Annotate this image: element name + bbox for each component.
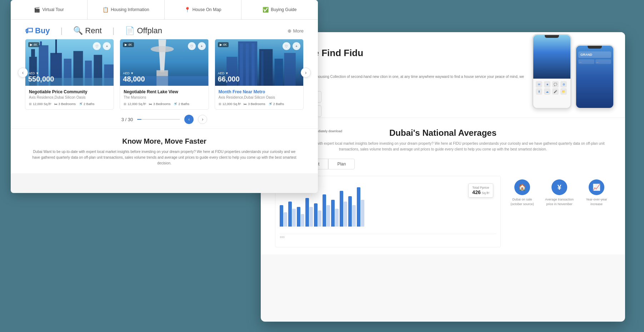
plus-btn-2[interactable]: + (198, 42, 206, 50)
card-nav: 🎬 Virtual Tour 📋 Housing Information 📍 H… (11, 0, 318, 20)
heart-btn-2[interactable]: ♡ (188, 42, 196, 50)
prop-area-1: ⊞12,000 Sq.ft² (29, 102, 51, 106)
app-icon: ★ (544, 81, 550, 88)
prop-info-1: Negotiable Price Community Axis Residenc… (25, 86, 114, 109)
phone-screen-2: GRAND ... ... (576, 46, 613, 65)
app-icon: ⬇ (536, 88, 542, 95)
nav-house-on-map-label: House On Map (193, 7, 221, 12)
app-icon: 💬 (552, 81, 559, 88)
bar-group (280, 205, 287, 227)
more-link[interactable]: ⊕ More (288, 28, 304, 34)
tab-buy-label: Buy (35, 26, 50, 35)
heart-btn-3[interactable]: ♡ (283, 42, 290, 50)
property-card-2[interactable]: ▶ 4K ♡ + AED ▼ 48,000 Negotiable Rent La… (120, 39, 209, 110)
nav-virtual-tour-label: Virtual Tour (42, 7, 64, 12)
property-card-3[interactable]: ▶ 4K ♡ + AED ▼ 66,000 Month Free Near Me… (215, 39, 304, 110)
tab-rent[interactable]: 🔍 Rent (73, 26, 101, 35)
stat-icon-home: 🏠 (514, 179, 530, 195)
prop-title-2: Negotiable Rent Lake View (124, 89, 205, 94)
phone-screen-1 (533, 35, 570, 79)
tab-buy[interactable]: 🏷 Buy (25, 26, 50, 35)
tab-divider-1: | (61, 26, 63, 35)
prop-info-3: Month Free Near Metro Axis Residence,Dub… (215, 86, 303, 109)
prop-beds-1: 🛏3 Bedrooms (54, 102, 76, 106)
svg-rect-56 (284, 53, 295, 86)
nav-buying-guide-label: Buying Guide (271, 7, 296, 12)
heart-btn-1[interactable]: ♡ (93, 42, 101, 50)
prop-subtitle-3: Axis Residence,Dubai Silicon Oasis (219, 95, 300, 99)
price-badge-1: AED ▼ 550,000 (28, 71, 54, 83)
phone-device-2: GRAND ... ... (575, 45, 614, 109)
page-next-button[interactable]: › (198, 115, 207, 124)
svg-point-44 (151, 46, 174, 52)
bar-group (314, 203, 321, 227)
chart-tooltip: Total Pprice 426 Sq.ft² (468, 183, 493, 198)
arrow-right-button[interactable]: › (301, 68, 311, 78)
stat-item-growth: 📈 Year-over-year increase (582, 179, 611, 206)
tab-offplan[interactable]: 📄 Offplan (125, 26, 162, 35)
prop-subtitle-1: Axis Residence,Dubai Silicon Oasis (29, 95, 110, 99)
app-icon: ☁ (544, 88, 550, 95)
page-current: 3 (121, 117, 124, 122)
tab-rent-label: Rent (85, 26, 101, 35)
img-actions-2: ♡ + (188, 42, 206, 50)
plus-btn-1[interactable]: + (103, 42, 111, 50)
nav-virtual-tour[interactable]: 🎬 Virtual Tour (11, 0, 88, 19)
bar-group (331, 200, 339, 227)
tab-plan[interactable]: Plan (328, 159, 355, 169)
plus-btn-3[interactable]: + (293, 42, 300, 50)
property-image-2: ▶ 4K ♡ + AED ▼ 48,000 (120, 39, 208, 86)
bar-group (297, 207, 304, 227)
video-icon: 🎬 (34, 7, 40, 13)
stat-label-growth: Year-over-year increase (582, 197, 611, 206)
stat-icon-trend: 📈 (589, 179, 604, 195)
property-image-1: ▶ 4K ♡ + AED ▼ 550,000 (25, 39, 114, 86)
bar-group (348, 196, 356, 227)
nav-house-on-map[interactable]: 📍 House On Map (165, 0, 241, 19)
prop-baths-3: 🚿2 Baths (268, 102, 284, 106)
prop-beds-2: 🛏3 Bedrooms (149, 102, 171, 106)
know-more-section: Know More, Move Faster Dubai Want to be … (11, 128, 318, 173)
price-badge-2: AED ▼ 48,000 (123, 71, 145, 83)
tabs-row: 🏷 Buy | 🔍 Rent | 📄 Offplan ⊕ More (25, 20, 304, 39)
property-card-1[interactable]: ▶ 4K ♡ + AED ▼ 550,000 Negotiable Price … (25, 39, 114, 110)
bed-icon-1: 🛏 (54, 102, 58, 106)
aed-label-1: AED ▼ (28, 71, 54, 75)
video-badge-1: ▶ 4K (28, 42, 39, 47)
file-icon: 📄 (125, 26, 135, 35)
nav-housing-info-label: Housing Information (111, 7, 149, 12)
bar-group (305, 198, 313, 227)
nav-housing-info[interactable]: 📋 Housing Information (88, 0, 164, 19)
svg-rect-49 (240, 43, 243, 85)
area-icon-1: ⊞ (29, 102, 32, 106)
averages-content: Total Pprice 426 Sq.ft² 2000 (275, 176, 611, 247)
prop-area-3: ⊞12,000 Sq.ft² (219, 102, 241, 106)
price-val-3: 66,000 (218, 75, 240, 83)
svg-rect-33 (40, 41, 42, 46)
arrow-left-button[interactable]: ‹ (18, 68, 28, 78)
bed-icon-3: 🛏 (244, 102, 247, 106)
stat-label-price: Average transaction price in November (545, 197, 574, 206)
prop-title-1: Negotiable Price Community (29, 89, 110, 94)
svg-rect-51 (251, 43, 255, 85)
app-icon: 📁 (560, 88, 567, 95)
page-info: 3 / 30 (121, 117, 133, 122)
stat-item-price: ¥ Average transaction price in November (545, 179, 574, 206)
area-icon-2: ⊞ (124, 102, 126, 106)
stat-icon-yen: ¥ (551, 179, 567, 195)
svg-rect-31 (31, 49, 35, 57)
video-badge-3: ▶ 4K (218, 42, 229, 47)
prop-meta-2: ⊞12,000 Sq.ft² 🛏3 Bedrooms 🚿2 Baths (124, 102, 205, 106)
phone-icons-1: ✉ ★ 💬 ⚙ ⬇ ☁ 🎤 📁 (533, 79, 570, 108)
prop-meta-1: ⊞12,000 Sq.ft² 🛏3 Bedrooms 🚿2 Baths (29, 102, 110, 106)
svg-rect-35 (55, 39, 57, 54)
more-label: More (293, 28, 304, 34)
app-icon: ⚙ (560, 81, 567, 88)
page-prev-button[interactable]: ‹ (184, 115, 194, 124)
chart-x-axis: 333 (280, 236, 496, 239)
prop-baths-1: 🚿2 Baths (79, 102, 95, 106)
search-icon: 🔍 (73, 26, 83, 35)
nav-buying-guide[interactable]: ✅ Buying Guide (241, 0, 318, 19)
prop-meta-3: ⊞12,000 Sq.ft² 🛏3 Bedrooms 🚿2 Baths (219, 102, 300, 106)
bath-icon-2: 🚿 (173, 102, 177, 106)
